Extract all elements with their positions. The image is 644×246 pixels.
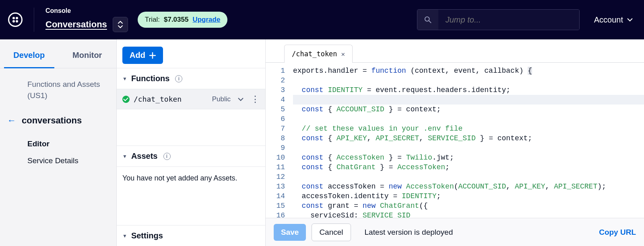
code-content[interactable]: exports.handler = function (context, eve… xyxy=(289,63,644,218)
svg-line-1 xyxy=(429,21,431,23)
function-visibility: Public xyxy=(212,95,231,103)
console-label: Console xyxy=(45,7,128,14)
function-path: /chat_token xyxy=(134,95,208,103)
deploy-status: Latest version is deployed xyxy=(365,228,453,237)
upgrade-link[interactable]: Upgrade xyxy=(192,16,220,24)
section-functions-label: Functions xyxy=(131,74,170,83)
service-name: conversations xyxy=(22,115,82,126)
section-assets-label: Assets xyxy=(131,152,158,161)
jump-to-search xyxy=(417,9,580,30)
trial-balance-pill: Trial: $7.0355 Upgrade xyxy=(138,12,228,28)
save-button[interactable]: Save xyxy=(274,224,306,241)
section-settings-header[interactable]: ▼ Settings xyxy=(117,225,265,246)
vertical-divider xyxy=(34,8,34,32)
chevron-down-icon[interactable] xyxy=(238,97,244,101)
product-name-link[interactable]: Conversations xyxy=(45,19,107,30)
close-icon[interactable]: ✕ xyxy=(341,50,345,58)
section-assets-header[interactable]: ▼ Assets i xyxy=(117,146,265,167)
plus-icon xyxy=(149,52,156,59)
check-circle-icon xyxy=(122,96,130,103)
line-gutter: 1 2 3 4 5 6 7 8 9 10 11 12 13 14 15 16 xyxy=(266,63,289,218)
editor-footer: Save Cancel Latest version is deployed C… xyxy=(266,218,644,246)
trial-prefix: Trial: xyxy=(145,16,160,24)
editor-tab[interactable]: /chat_token ✕ xyxy=(284,45,353,63)
more-actions-icon[interactable]: ⋮ xyxy=(251,97,260,101)
nav-context-label: Functions and Assets (US1) xyxy=(7,79,109,101)
add-button[interactable]: Add xyxy=(122,47,163,64)
info-icon[interactable]: i xyxy=(175,75,182,82)
left-nav: Develop Monitor Functions and Assets (US… xyxy=(0,39,117,246)
search-input[interactable] xyxy=(438,10,579,30)
add-button-label: Add xyxy=(130,51,145,60)
copy-url-link[interactable]: Copy URL xyxy=(599,228,636,237)
function-item[interactable]: /chat_token Public ⋮ xyxy=(117,89,265,109)
nav-item-service-details[interactable]: Service Details xyxy=(7,152,109,169)
chevron-down-icon xyxy=(627,18,633,22)
account-label: Account xyxy=(594,15,623,25)
arrow-left-icon: ← xyxy=(7,115,16,126)
code-editor: /chat_token ✕ 1 2 3 4 5 6 7 8 9 10 11 12… xyxy=(266,39,644,246)
editor-tab-label: /chat_token xyxy=(292,50,337,58)
section-settings-label: Settings xyxy=(131,231,163,240)
search-icon[interactable] xyxy=(417,9,438,30)
tab-monitor[interactable]: Monitor xyxy=(58,51,117,68)
assets-empty-state: You have not yet added any Assets. xyxy=(117,167,265,190)
topbar: Console Conversations Trial: $7.0355 Upg… xyxy=(0,0,644,39)
tab-develop[interactable]: Develop xyxy=(0,51,58,68)
svg-point-0 xyxy=(425,17,429,21)
back-link[interactable]: ← conversations xyxy=(7,115,109,126)
account-menu[interactable]: Account xyxy=(594,15,633,25)
twilio-logo-icon[interactable] xyxy=(8,12,23,27)
caret-down-icon: ▼ xyxy=(122,154,127,159)
caret-down-icon: ▼ xyxy=(122,233,127,239)
caret-down-icon: ▼ xyxy=(122,76,127,82)
section-functions-header[interactable]: ▼ Functions i xyxy=(117,68,265,89)
nav-item-editor[interactable]: Editor xyxy=(7,135,109,152)
info-icon[interactable]: i xyxy=(163,153,171,160)
cancel-button[interactable]: Cancel xyxy=(312,223,351,241)
product-switcher-button[interactable] xyxy=(113,17,128,32)
resource-panel: Add ▼ Functions i /chat_token Public ⋮ ▼… xyxy=(117,39,266,246)
trial-amount: $7.0355 xyxy=(164,16,188,24)
